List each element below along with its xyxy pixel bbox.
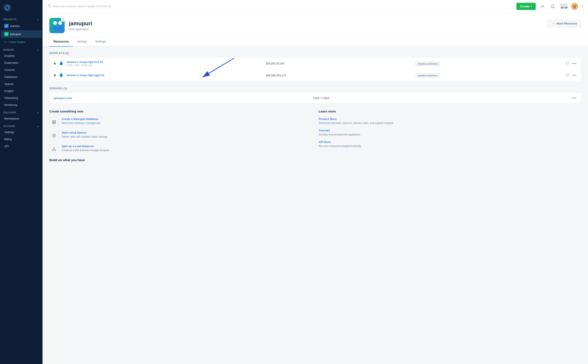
- learn-section: Learn more Product Docs Technical overvi…: [319, 110, 581, 158]
- droplets-table: ubuntu-s-1vcpu-2gb-tor1-01 TOR1 / 2GB / …: [49, 57, 581, 81]
- app-logo[interactable]: [3, 4, 11, 12]
- manage-chevron[interactable]: ▲: [37, 49, 39, 51]
- notifications-icon[interactable]: [549, 3, 556, 10]
- sidebar-item-settings[interactable]: Settings: [1, 129, 42, 136]
- svg-point-4: [6, 34, 6, 35]
- more-menu-button[interactable]: •••: [572, 73, 577, 77]
- sidebar-item-marketplace[interactable]: Marketplace: [1, 115, 42, 122]
- learn-item-product-docs: Product Docs Technical overviews, how-to…: [319, 117, 581, 125]
- discover-chevron[interactable]: ▲: [37, 111, 39, 114]
- load-balancer-link[interactable]: Spin up a Load Balancer: [62, 145, 110, 148]
- droplet-name-link[interactable]: ubuntu-s-1vcpu-2gb-sgp1-01: [66, 74, 262, 77]
- start-spaces-link[interactable]: Start using Spaces: [62, 131, 107, 134]
- spaces-label: Spaces: [4, 82, 13, 85]
- project-title: jamupuri: [69, 20, 92, 27]
- create-chevron-icon: ▾: [531, 5, 532, 7]
- cta-text-block: Create a Managed Database Worry-free dat…: [62, 117, 101, 125]
- bottom-grid: Create something new Create a Managed Da…: [49, 110, 581, 158]
- sidebar-item-databases[interactable]: Databases: [1, 74, 42, 80]
- edit-badge[interactable]: ✏️: [61, 17, 65, 22]
- usage-amount: $0.00: [560, 6, 568, 9]
- svg-rect-17: [52, 121, 56, 121]
- sidebar: PROJECTS ▲ jhabdas jamupuri + + New Proj…: [0, 0, 43, 364]
- create-section-title: Create something new: [49, 110, 312, 113]
- usage-block: USAGE $0.00: [560, 4, 568, 9]
- sidebar-item-networking[interactable]: Networking: [1, 95, 42, 101]
- avatar-chevron-icon[interactable]: ▾: [582, 5, 583, 8]
- resource-tag[interactable]: reaction-commerce: [415, 62, 440, 66]
- discover-section-label: DISCOVER ▲: [0, 108, 43, 115]
- table-row: jamupuri.com 3 NS / 1 SOA •••: [50, 93, 581, 103]
- tab-activity[interactable]: Activity: [73, 37, 91, 46]
- create-button[interactable]: Create ▾: [516, 3, 536, 10]
- sidebar-item-monitoring[interactable]: Monitoring: [1, 102, 42, 108]
- sidebar-item-api[interactable]: API: [1, 143, 42, 150]
- tab-settings[interactable]: Settings: [91, 37, 110, 46]
- tag-spacer: reaction-commerce: [415, 62, 562, 65]
- kubernetes-label: Kubernetes: [4, 61, 19, 65]
- tutorials-link[interactable]: Tutorials: [319, 129, 581, 132]
- tab-resources[interactable]: Resources: [49, 37, 73, 46]
- create-managed-db-link[interactable]: Create a Managed Database: [62, 117, 101, 121]
- sidebar-item-billing[interactable]: Billing: [1, 136, 42, 143]
- graph-icon: [565, 73, 569, 78]
- api-docs-link[interactable]: API Docs: [319, 140, 581, 143]
- account-section-label: ACCOUNT ▲: [0, 122, 43, 129]
- avatar-dot-3: [53, 26, 57, 30]
- sidebar-item-kubernetes[interactable]: Kubernetes: [1, 59, 42, 66]
- api-docs-desc: Run your resources programmatically: [319, 144, 581, 148]
- sidebar-new-project[interactable]: + + New Project: [1, 38, 42, 46]
- sidebar-item-jhabdas[interactable]: jhabdas: [1, 22, 42, 30]
- account-chevron[interactable]: ▲: [37, 125, 39, 127]
- cta-item-load-balancer: Spin up a Load Balancer Distribute traff…: [49, 145, 312, 154]
- plus-icon: +: [4, 40, 6, 44]
- sidebar-item-droplets[interactable]: Droplets: [1, 52, 42, 59]
- create-section: Create something new Create a Managed Da…: [49, 110, 312, 158]
- product-docs-link[interactable]: Product Docs: [319, 117, 581, 121]
- sidebar-item-images[interactable]: Images: [1, 88, 42, 94]
- domains-section: DOMAINS (1) jamupuri.com 3 NS / 1 SOA ••…: [49, 87, 581, 104]
- svg-line-1: [6, 25, 7, 27]
- cta-item-spaces: Start using Spaces Deliver data with sca…: [49, 131, 312, 140]
- domain-name-link[interactable]: jamupuri.com: [54, 97, 310, 100]
- product-docs-desc: Technical overviews, how-tos, release no…: [319, 121, 581, 125]
- move-resources-arrow-icon: →: [552, 22, 555, 25]
- project-icon-jamupuri: [4, 32, 8, 36]
- learn-item-tutorials: Tutorials DevOps and development guideli…: [319, 129, 581, 136]
- domain-more-menu-button[interactable]: •••: [572, 96, 577, 100]
- main-content: Search by resource name or public IP (Cm…: [43, 0, 588, 364]
- svg-point-11: [575, 5, 576, 6]
- start-spaces-desc: Deliver data with scalable object storag…: [62, 135, 107, 139]
- sidebar-item-label: jhabdas: [10, 25, 20, 28]
- settings-label: Settings: [4, 130, 14, 134]
- more-menu-button[interactable]: •••: [572, 62, 577, 65]
- project-title-block: jamupuri Web Application: [69, 20, 92, 31]
- droplet-name-link[interactable]: ubuntu-s-1vcpu-2gb-tor1-01: [66, 60, 262, 64]
- projects-chevron[interactable]: ▲: [37, 18, 39, 21]
- resource-tag[interactable]: reaction-commerce: [415, 73, 440, 78]
- images-label: Images: [4, 89, 13, 92]
- learn-item-api-docs: API Docs Run your resources programmatic…: [319, 140, 581, 148]
- sidebar-item-jamupuri[interactable]: jamupuri: [1, 30, 42, 38]
- topbar-right: Create ▾ USAGE $0.00: [516, 3, 583, 10]
- databases-label: Databases: [4, 75, 17, 78]
- search-bar: Search by resource name or public IP (Cm…: [48, 4, 513, 8]
- cta-item-managed-db: Create a Managed Database Worry-free dat…: [49, 117, 312, 127]
- resource-actions: •••: [565, 73, 577, 78]
- droplet-icon: [59, 73, 63, 78]
- avatar[interactable]: [571, 3, 578, 10]
- cta-text-block: Start using Spaces Deliver data with sca…: [62, 131, 107, 139]
- sidebar-item-spaces[interactable]: Spaces: [1, 81, 42, 87]
- load-balancer-icon: [49, 145, 59, 154]
- svg-point-5: [6, 34, 7, 35]
- move-resources-button[interactable]: → Move Resources: [548, 20, 581, 27]
- search-placeholder[interactable]: Search by resource name or public IP (Cm…: [53, 5, 111, 8]
- learn-section-title: Learn more: [319, 110, 581, 113]
- svg-line-26: [53, 149, 54, 150]
- tabs-row: Resources Activity Settings: [43, 37, 588, 46]
- user-icon[interactable]: [539, 3, 546, 10]
- sidebar-item-volumes[interactable]: Volumes: [1, 66, 42, 73]
- svg-rect-18: [52, 122, 56, 123]
- droplets-section-wrapper: DROPLETS (2) ubuntu-s-1vcpu-2gb-tor1-01 …: [49, 52, 581, 81]
- droplet-icon: [59, 61, 63, 66]
